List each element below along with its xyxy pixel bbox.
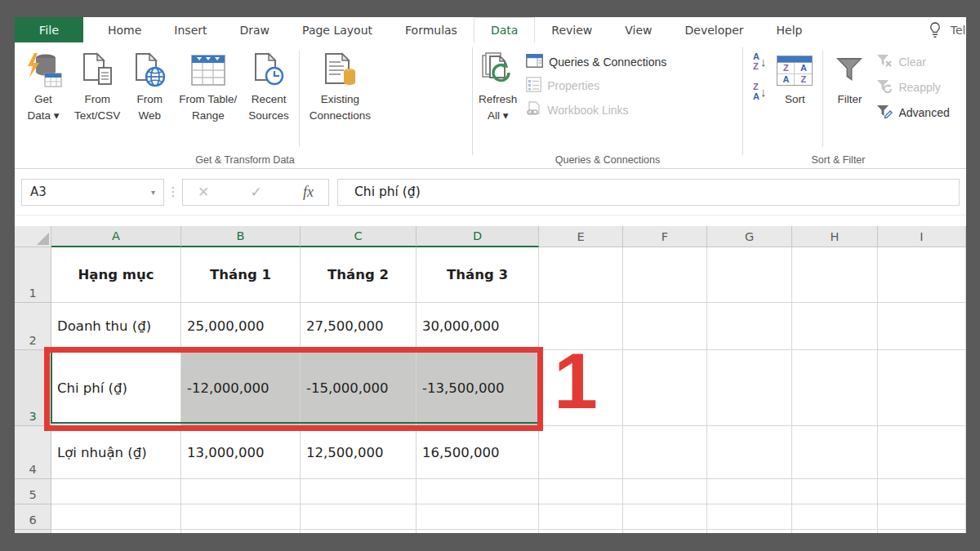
- get-data-button[interactable]: Get Data ▾: [18, 47, 69, 125]
- row-header-3[interactable]: 3: [15, 350, 51, 426]
- cell-h2[interactable]: [792, 303, 878, 350]
- refresh-all-button[interactable]: Refresh All ▾: [473, 47, 523, 125]
- tab-help[interactable]: Help: [760, 17, 819, 42]
- cell-c7[interactable]: [301, 530, 416, 533]
- cell-f2[interactable]: [623, 303, 707, 350]
- cell-i2[interactable]: [878, 303, 966, 350]
- cell-h6[interactable]: [792, 504, 878, 530]
- cell-a4[interactable]: Lợi nhuận (₫): [51, 426, 181, 479]
- cell-h7[interactable]: [792, 530, 878, 533]
- tab-developer[interactable]: Developer: [669, 17, 760, 42]
- queries-connections-button[interactable]: Queries & Connections: [526, 54, 666, 70]
- row-header-2[interactable]: 2: [15, 303, 51, 350]
- tab-page-layout[interactable]: Page Layout: [286, 17, 389, 42]
- cell-d6[interactable]: [416, 504, 539, 530]
- cell-c6[interactable]: [301, 504, 416, 530]
- tab-formulas[interactable]: Formulas: [389, 17, 474, 42]
- cell-c5[interactable]: [301, 479, 416, 504]
- cell-h5[interactable]: [792, 479, 878, 504]
- from-table-range-button[interactable]: From Table/ Range: [173, 47, 243, 125]
- workbook-links-button[interactable]: Workbook Links: [526, 101, 666, 119]
- sort-button[interactable]: ZAAZ Sort: [771, 47, 818, 109]
- confirm-entry-icon[interactable]: ✓: [251, 184, 262, 200]
- row-header-5[interactable]: 5: [15, 479, 51, 504]
- cell-f7[interactable]: [623, 530, 707, 533]
- sort-za-button[interactable]: ZA ↓: [753, 82, 766, 101]
- cancel-entry-icon[interactable]: ✕: [198, 184, 209, 200]
- cell-c4[interactable]: 12,500,000: [301, 426, 416, 479]
- name-box-dropdown-icon[interactable]: ▾: [151, 188, 155, 197]
- formula-bar-handle[interactable]: ⋮: [164, 184, 182, 199]
- recent-sources-button[interactable]: Recent Sources: [243, 47, 295, 125]
- cell-c2[interactable]: 27,500,000: [301, 303, 416, 350]
- row-header-1[interactable]: 1: [15, 247, 51, 303]
- cell-g7[interactable]: [707, 530, 792, 533]
- row-header-4[interactable]: 4: [15, 426, 51, 479]
- column-header-e[interactable]: E: [539, 226, 623, 247]
- sort-az-button[interactable]: AZ ↓: [753, 52, 766, 71]
- cell-g4[interactable]: [707, 426, 792, 479]
- cell-f3[interactable]: [623, 350, 707, 426]
- cell-c3[interactable]: -15,000,000: [301, 350, 416, 426]
- filter-button[interactable]: Filter: [827, 47, 871, 109]
- cell-d1[interactable]: Tháng 3: [416, 247, 539, 303]
- cell-e6[interactable]: [539, 504, 623, 530]
- cell-c1[interactable]: Tháng 2: [301, 247, 416, 303]
- tab-draw[interactable]: Draw: [224, 17, 287, 42]
- cell-f5[interactable]: [623, 479, 707, 504]
- cell-a5[interactable]: [51, 479, 181, 504]
- cell-d4[interactable]: 16,500,000: [416, 426, 539, 479]
- cell-d2[interactable]: 30,000,000: [416, 303, 539, 350]
- column-header-g[interactable]: G: [707, 226, 792, 247]
- cell-e7[interactable]: [539, 530, 623, 533]
- select-all-button[interactable]: [15, 226, 51, 247]
- column-header-a[interactable]: A: [51, 226, 181, 247]
- from-web-button[interactable]: From Web: [126, 47, 173, 125]
- cell-d3[interactable]: -13,500,000: [416, 350, 539, 426]
- cell-b1[interactable]: Tháng 1: [181, 247, 301, 303]
- cell-i1[interactable]: [878, 247, 966, 303]
- cell-b7[interactable]: [181, 530, 301, 533]
- cell-d7[interactable]: [416, 530, 539, 533]
- tab-review[interactable]: Review: [535, 17, 608, 42]
- cell-g1[interactable]: [707, 247, 792, 303]
- tab-file[interactable]: File: [15, 17, 83, 42]
- cell-i6[interactable]: [878, 504, 966, 530]
- cell-b4[interactable]: 13,000,000: [181, 426, 301, 479]
- cell-b5[interactable]: [181, 479, 301, 504]
- cell-g5[interactable]: [707, 479, 792, 504]
- column-header-i[interactable]: I: [878, 226, 966, 247]
- insert-function-icon[interactable]: fx: [303, 184, 314, 201]
- column-header-h[interactable]: H: [792, 226, 878, 247]
- cell-a3-active[interactable]: Chi phí (₫): [51, 350, 181, 426]
- tab-home[interactable]: Home: [91, 17, 158, 42]
- cell-e4[interactable]: [539, 426, 623, 479]
- properties-button[interactable]: Properties: [526, 77, 666, 95]
- cell-a1[interactable]: Hạng mục: [51, 247, 181, 303]
- cell-i4[interactable]: [878, 426, 966, 479]
- cell-b2[interactable]: 25,000,000: [181, 303, 301, 350]
- formula-input[interactable]: Chi phí (₫): [337, 179, 960, 206]
- cell-f6[interactable]: [623, 504, 707, 530]
- cell-g6[interactable]: [707, 504, 792, 530]
- cell-e1[interactable]: [539, 247, 623, 303]
- cell-e5[interactable]: [539, 479, 623, 504]
- column-header-f[interactable]: F: [623, 226, 707, 247]
- cell-a2[interactable]: Doanh thu (₫): [51, 303, 181, 350]
- cell-i3[interactable]: [878, 350, 966, 426]
- name-box[interactable]: A3 ▾: [21, 179, 164, 206]
- cell-g2[interactable]: [707, 303, 792, 350]
- cell-f4[interactable]: [623, 426, 707, 479]
- cell-i7[interactable]: [878, 530, 966, 533]
- reapply-filter-button[interactable]: Reapply: [876, 79, 949, 96]
- cell-i5[interactable]: [878, 479, 966, 504]
- tab-view[interactable]: View: [608, 17, 668, 42]
- cell-a7[interactable]: [51, 530, 181, 533]
- clear-filter-button[interactable]: Clear: [876, 54, 949, 70]
- existing-connections-button[interactable]: Existing Connections: [304, 47, 376, 125]
- tab-data[interactable]: Data: [474, 17, 535, 42]
- advanced-filter-button[interactable]: Advanced: [876, 104, 949, 121]
- column-header-d[interactable]: D: [416, 226, 539, 247]
- cell-f1[interactable]: [623, 247, 707, 303]
- cell-h4[interactable]: [792, 426, 878, 479]
